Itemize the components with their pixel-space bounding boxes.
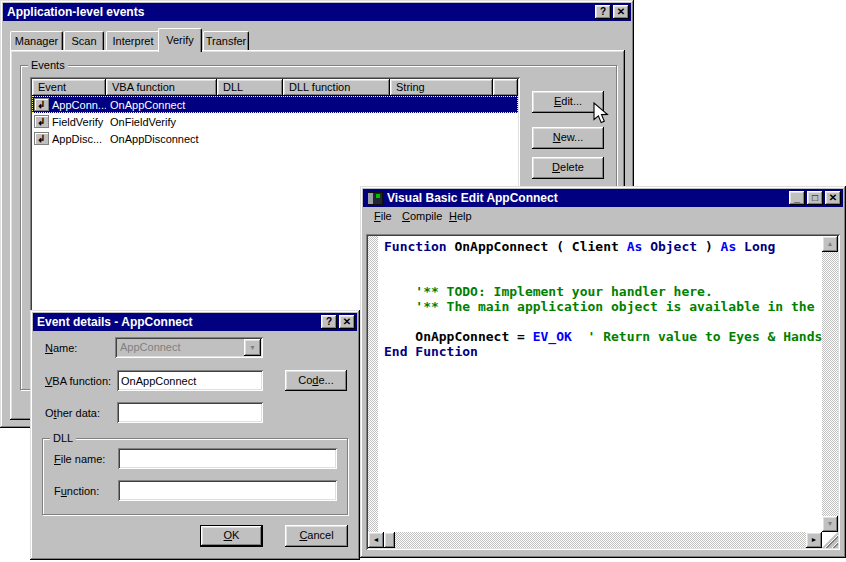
chevron-down-icon[interactable]: ▼ xyxy=(244,339,261,356)
menu-help[interactable]: Help xyxy=(444,208,477,225)
code-button[interactable]: Code... xyxy=(285,370,347,391)
code-margin xyxy=(368,236,378,532)
column-header-event[interactable]: Event xyxy=(32,79,106,96)
scroll-up-icon[interactable]: ▲ xyxy=(822,236,838,252)
scroll-right-icon[interactable]: ► xyxy=(806,532,822,548)
vb-code[interactable]: Function OnAppConnect ( Client As Object… xyxy=(378,236,822,532)
events-group-label: Events xyxy=(28,59,68,71)
scroll-left-icon[interactable]: ◄ xyxy=(368,532,384,548)
other-data-field[interactable] xyxy=(117,402,263,423)
scroll-down-icon[interactable]: ▼ xyxy=(822,516,838,532)
listview-rows: ↲ AppConn... OnAppConnect ↲ FieldVerify … xyxy=(32,96,518,147)
file-name-field[interactable] xyxy=(118,448,337,469)
other-data-label: Other data: xyxy=(45,407,100,419)
column-header-vba-function[interactable]: VBA function xyxy=(106,79,217,96)
tab-transfer[interactable]: Transfer xyxy=(203,31,249,50)
help-button[interactable]: ? xyxy=(321,315,337,329)
desktop: Application-level events ? ✕ Manager Sca… xyxy=(0,0,846,562)
event-details-dialog: Event details - AppConnect ? ✕ Name: App… xyxy=(30,310,360,560)
maximize-icon[interactable]: □ xyxy=(807,191,823,205)
table-row[interactable]: ↲ FieldVerify OnFieldVerify xyxy=(32,113,518,130)
event-icon: ↲ xyxy=(34,98,49,111)
vb-menubar: File Compile Help xyxy=(363,208,843,226)
vba-function-cell: OnAppConnect xyxy=(106,99,185,111)
close-icon[interactable]: ✕ xyxy=(339,315,355,329)
delete-button[interactable]: Delete xyxy=(532,157,604,179)
help-button[interactable]: ? xyxy=(595,5,611,19)
vba-function-label: VBA function: xyxy=(45,375,111,387)
minimize-icon[interactable]: _ xyxy=(789,191,805,205)
code-editor[interactable]: Function OnAppConnect ( Client As Object… xyxy=(366,234,840,550)
main-window-title: Application-level events xyxy=(7,5,593,19)
listview-header: Event VBA function DLL DLL function Stri… xyxy=(32,79,518,96)
edit-button[interactable]: Edit... xyxy=(532,91,604,113)
ok-button[interactable]: OK xyxy=(200,525,263,547)
dll-group-label: DLL xyxy=(50,432,76,444)
vba-function-cell: OnFieldVerify xyxy=(106,116,176,128)
event-icon: ↲ xyxy=(34,132,49,145)
vb-window-title: Visual Basic Edit AppConnect xyxy=(387,191,787,205)
vertical-scrollbar[interactable]: ▲ ▼ xyxy=(822,236,838,532)
column-header-dll[interactable]: DLL xyxy=(217,79,283,96)
column-header-string[interactable]: String xyxy=(390,79,493,96)
function-field[interactable] xyxy=(118,480,337,501)
event-name: AppConn... xyxy=(52,99,106,111)
name-label: Name: xyxy=(45,342,77,354)
vba-function-field[interactable] xyxy=(117,370,263,391)
dialog-title: Event details - AppConnect xyxy=(37,315,319,329)
vb-titlebar[interactable]: Visual Basic Edit AppConnect _ □ ✕ xyxy=(363,189,843,207)
dialog-titlebar[interactable]: Event details - AppConnect ? ✕ xyxy=(33,313,357,331)
hscroll-thumb[interactable] xyxy=(384,532,395,548)
column-header-filler xyxy=(493,79,518,96)
event-name: FieldVerify xyxy=(52,116,103,128)
tab-verify[interactable]: Verify xyxy=(158,28,202,52)
new-button[interactable]: New... xyxy=(532,127,604,149)
close-icon[interactable]: ✕ xyxy=(825,191,841,205)
resize-grip[interactable] xyxy=(822,532,838,548)
function-label: Function: xyxy=(54,485,99,497)
menu-compile[interactable]: Compile xyxy=(397,208,447,225)
name-value: AppConnect xyxy=(120,341,181,353)
table-row[interactable]: ↲ AppDisc... OnAppDisconnect xyxy=(32,130,518,147)
main-titlebar[interactable]: Application-level events ? ✕ xyxy=(3,3,631,21)
vba-function-cell: OnAppDisconnect xyxy=(106,133,199,145)
event-name: AppDisc... xyxy=(52,133,102,145)
menu-file[interactable]: File xyxy=(369,208,397,225)
event-icon: ↲ xyxy=(34,115,49,128)
name-combobox[interactable]: AppConnect ▼ xyxy=(115,337,263,358)
close-icon[interactable]: ✕ xyxy=(613,5,629,19)
column-header-dll-function[interactable]: DLL function xyxy=(283,79,390,96)
tab-scan[interactable]: Scan xyxy=(64,31,104,50)
file-name-label: File name: xyxy=(54,453,105,465)
cancel-button[interactable]: Cancel xyxy=(285,525,348,547)
vb-app-icon xyxy=(367,192,383,205)
tab-interpret[interactable]: Interpret xyxy=(106,31,160,50)
tab-manager[interactable]: Manager xyxy=(10,31,63,50)
visual-basic-edit-window: Visual Basic Edit AppConnect _ □ ✕ File … xyxy=(360,186,846,558)
table-row[interactable]: ↲ AppConn... OnAppConnect xyxy=(32,96,518,113)
horizontal-scrollbar[interactable]: ◄ ► xyxy=(368,532,822,548)
